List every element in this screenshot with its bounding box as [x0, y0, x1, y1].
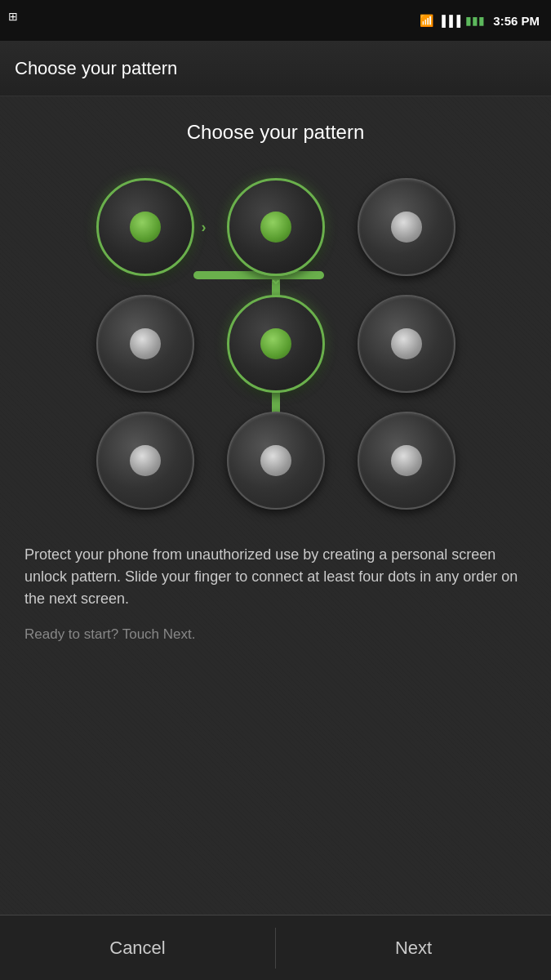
dot-cell-1[interactable]: ›: [80, 168, 211, 285]
dot-8[interactable]: [227, 412, 325, 510]
dot-2[interactable]: ⌄: [227, 178, 325, 276]
dot-4-inner: [130, 328, 161, 359]
pattern-heading: Choose your pattern: [187, 121, 364, 144]
title-bar: Choose your pattern: [0, 41, 551, 96]
main-content: Choose your pattern › ⌄: [0, 96, 551, 915]
dot-grid: › ⌄: [80, 168, 472, 519]
next-label: Next: [395, 938, 432, 959]
dot-1-inner: [130, 212, 161, 243]
ready-text: Ready to start? Touch Next.: [24, 626, 527, 643]
dot-cell-7[interactable]: [80, 403, 211, 519]
dot-cell-6[interactable]: [341, 285, 472, 402]
dot-1[interactable]: ›: [96, 178, 194, 276]
dot-6[interactable]: [358, 295, 455, 393]
dot-cell-9[interactable]: [341, 403, 472, 519]
dot-4[interactable]: [96, 295, 194, 393]
dot-9-inner: [391, 445, 422, 476]
status-time: 3:56 PM: [493, 14, 540, 28]
dot-7[interactable]: [96, 412, 194, 510]
dot-3-inner: [391, 212, 422, 243]
status-bar: ⊞ 📶 ▐▐▐ ▮▮▮ 3:56 PM: [0, 0, 551, 41]
dot-9[interactable]: [358, 412, 455, 510]
dot-5[interactable]: [227, 295, 325, 393]
notification-icons: ⊞: [8, 10, 18, 23]
arrow-right-icon: ›: [202, 218, 207, 235]
dot-cell-4[interactable]: [80, 285, 211, 402]
bottom-bar: Cancel Next: [0, 915, 551, 980]
dot-cell-2[interactable]: ⌄: [211, 168, 341, 285]
dot-7-inner: [130, 445, 161, 476]
cancel-label: Cancel: [109, 938, 165, 959]
arrow-down-icon: ⌄: [269, 270, 282, 288]
dot-5-inner: [260, 328, 291, 359]
dot-cell-5[interactable]: [211, 285, 341, 402]
dot-cell-8[interactable]: [211, 403, 341, 519]
dot-cell-3[interactable]: [341, 168, 472, 285]
description-text: Protect your phone from unauthorized use…: [24, 544, 527, 610]
next-button[interactable]: Next: [276, 915, 551, 980]
pattern-grid[interactable]: › ⌄: [80, 168, 472, 519]
signal-icon: ▐▐▐: [438, 15, 461, 27]
dot-3[interactable]: [358, 178, 455, 276]
cancel-button[interactable]: Cancel: [0, 915, 275, 980]
dot-8-inner: [260, 445, 291, 476]
page-title: Choose your pattern: [15, 58, 177, 79]
battery-icon: ▮▮▮: [465, 14, 485, 27]
wifi-icon: 📶: [420, 14, 433, 27]
dot-2-inner: [260, 212, 291, 243]
dot-6-inner: [391, 328, 422, 359]
